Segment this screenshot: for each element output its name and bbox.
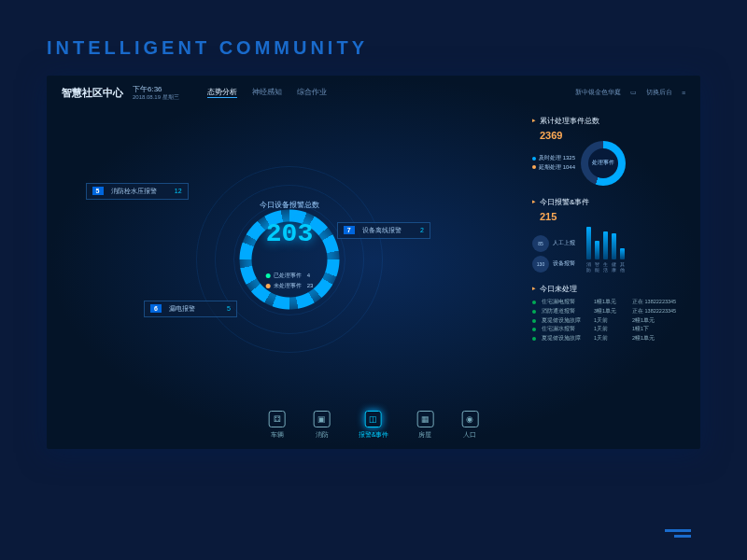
table-row[interactable]: 夏堤健设施故障1天前2幢1单元 [532, 334, 689, 343]
nav-alarm[interactable]: ◫报警&事件 [359, 411, 389, 440]
nav: 态势分析 神经感知 综合作业 [207, 87, 327, 98]
radar-ring: 今日设备报警总数 203 已处理事件 4 未处理事件 23 [196, 166, 383, 353]
pending-title: 今日未处理 [532, 284, 689, 294]
time-block: 下午6:36 2018.08.19 星期三 [133, 85, 179, 101]
date: 2018.08.19 星期三 [133, 94, 179, 101]
dashboard: 智慧社区中心 下午6:36 2018.08.19 星期三 态势分析 神经感知 综… [47, 76, 700, 449]
total-value: 2369 [540, 130, 689, 141]
today-pies: 85人工上报 130设备报警 [532, 235, 575, 273]
donut-chart: 处理事件 [581, 141, 626, 186]
center-stage: 今日设备报警总数 203 已处理事件 4 未处理事件 23 5 消防栓水压报警 … [47, 110, 532, 390]
table-row[interactable]: 住宅漏水报警1天前1幢1下 [532, 325, 689, 334]
alarm-total: 203 [266, 218, 313, 247]
bottom-nav: ⚃车辆 ▣消防 ◫报警&事件 ▦房屋 ◉人口 [269, 411, 479, 440]
section-today: 今日报警&事件 215 85人工上报 130设备报警 消防智能生活健康其他 [532, 197, 689, 273]
nav-item-perception[interactable]: 神经感知 [252, 87, 282, 98]
location-select[interactable]: 新中银金色华庭 [575, 88, 621, 97]
accent-decoration [665, 529, 691, 532]
header-right: 新中银金色华庭 ▭ 切换后台 ≡ [575, 88, 685, 97]
total-legend: 及时处理 1325 延期处理 1044 [532, 154, 575, 172]
total-title: 累计处理事件总数 [532, 116, 689, 126]
callout-leakage[interactable]: 6 漏电报警 5 [144, 301, 237, 317]
switch-backend[interactable]: 切换后台 [646, 88, 672, 97]
header: 智慧社区中心 下午6:36 2018.08.19 星期三 态势分析 神经感知 综… [47, 76, 700, 110]
nav-vehicle[interactable]: ⚃车辆 [269, 411, 286, 440]
section-pending: 今日未处理 住宅漏电报警1幢1单元正在 13822223345消防通道报警3幢1… [532, 284, 689, 343]
right-panel: 累计处理事件总数 2369 及时处理 1325 延期处理 1044 处理事件 今… [532, 110, 700, 390]
building-icon: ▦ [416, 411, 433, 427]
sub-stats: 已处理事件 4 未处理事件 23 [266, 271, 314, 291]
center-label: 今日设备报警总数 [260, 200, 319, 210]
table-row[interactable]: 夏堤健设施故障1天前2幢1单元 [532, 316, 689, 326]
pending-table: 住宅漏电报警1幢1单元正在 13822223345消防通道报警3幢1单元正在 1… [532, 298, 689, 343]
nav-item-analysis[interactable]: 态势分析 [207, 87, 237, 98]
callout-offline[interactable]: 7 设备离线报警 2 [337, 222, 430, 239]
bar-chart: 消防智能生活健康其他 [583, 222, 625, 273]
table-row[interactable]: 消防通道报警3幢1单元正在 13822223345 [532, 307, 689, 316]
nav-house[interactable]: ▦房屋 [416, 411, 433, 440]
nav-item-operations[interactable]: 综合作业 [297, 87, 327, 98]
logo: 智慧社区中心 [62, 86, 123, 100]
monitor-icon[interactable]: ▭ [630, 89, 637, 96]
menu-icon[interactable]: ≡ [682, 90, 685, 96]
section-total: 累计处理事件总数 2369 及时处理 1325 延期处理 1044 处理事件 [532, 116, 689, 186]
alarm-icon: ◫ [365, 411, 382, 427]
time: 下午6:36 [133, 85, 179, 94]
page-title: INTELLIGENT COMMUNITY [47, 37, 700, 59]
table-row[interactable]: 住宅漏电报警1幢1单元正在 13822223345 [532, 298, 689, 307]
callout-hydrant[interactable]: 5 消防栓水压报警 12 [86, 183, 189, 200]
car-icon: ⚃ [269, 411, 286, 427]
fire-icon: ▣ [314, 411, 331, 427]
today-value: 215 [540, 211, 689, 222]
person-icon: ◉ [461, 411, 478, 427]
nav-fire[interactable]: ▣消防 [314, 411, 331, 440]
nav-people[interactable]: ◉人口 [461, 411, 478, 440]
today-title: 今日报警&事件 [532, 197, 689, 207]
